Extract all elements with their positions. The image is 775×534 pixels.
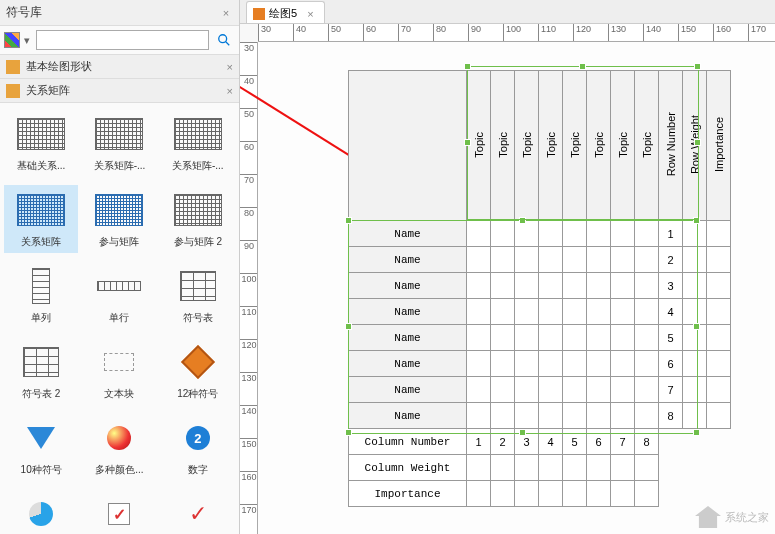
matrix-cell[interactable]: 3 [515,429,539,455]
matrix-cell[interactable] [491,247,515,273]
close-icon[interactable]: × [219,7,233,19]
matrix-cell[interactable] [587,247,611,273]
search-input[interactable] [36,30,209,50]
matrix-cell[interactable]: 8 [635,429,659,455]
matrix-cell[interactable] [635,325,659,351]
matrix-cell[interactable] [611,247,635,273]
column-header[interactable]: Row Weight [683,71,707,221]
matrix-cell[interactable] [587,325,611,351]
matrix-cell[interactable] [683,247,707,273]
matrix-cell[interactable] [683,325,707,351]
matrix-cell[interactable] [635,403,659,429]
matrix-cell[interactable]: 6 [587,429,611,455]
column-header[interactable]: Topic [515,71,539,221]
matrix-cell[interactable] [707,325,731,351]
row-label[interactable]: Name [349,247,467,273]
matrix-cell[interactable] [467,325,491,351]
matrix-cell[interactable] [491,221,515,247]
matrix-cell[interactable] [467,273,491,299]
matrix-cell[interactable] [491,351,515,377]
matrix-cell[interactable] [707,247,731,273]
matrix-cell[interactable] [563,351,587,377]
matrix-cell[interactable] [587,221,611,247]
column-header[interactable]: Topic [587,71,611,221]
close-icon[interactable]: × [227,61,233,73]
matrix-cell[interactable] [563,299,587,325]
matrix-cell[interactable] [611,221,635,247]
row-label[interactable]: Name [349,325,467,351]
matrix-cell[interactable] [539,403,563,429]
matrix-cell[interactable] [515,221,539,247]
matrix-cell[interactable] [539,455,563,481]
matrix-cell[interactable] [515,351,539,377]
matrix-cell[interactable] [515,325,539,351]
matrix-cell[interactable] [587,273,611,299]
section-basic-shapes[interactable]: 基本绘图形状 × [0,55,239,79]
matrix-cell[interactable]: 7 [611,429,635,455]
shape-item[interactable]: 2数字 [161,413,235,481]
shape-item[interactable]: 参与矩阵 2 [161,185,235,253]
matrix-cell[interactable] [707,299,731,325]
matrix-cell[interactable] [563,273,587,299]
matrix-cell[interactable] [515,299,539,325]
shape-item[interactable]: 文本块 [82,337,156,405]
search-button[interactable] [213,30,235,50]
shape-item[interactable]: 基础关系... [4,109,78,177]
shape-item[interactable]: 单列 [4,261,78,329]
shape-item[interactable]: 参与矩阵 [82,185,156,253]
matrix-cell[interactable] [683,273,707,299]
matrix-cell[interactable] [467,403,491,429]
matrix-cell[interactable] [467,221,491,247]
matrix-cell[interactable] [515,481,539,507]
matrix-cell[interactable]: 1 [467,429,491,455]
matrix-cell[interactable] [539,221,563,247]
matrix-cell[interactable] [611,325,635,351]
matrix-cell[interactable] [707,377,731,403]
row-label[interactable]: Name [349,273,467,299]
matrix-cell[interactable] [467,299,491,325]
shape-item[interactable]: 符号表 [161,261,235,329]
column-header[interactable]: Importance [707,71,731,221]
shape-item[interactable]: ✓ [82,489,156,534]
matrix-cell[interactable] [515,273,539,299]
matrix-cell[interactable] [467,481,491,507]
matrix-cell[interactable] [515,247,539,273]
matrix-cell[interactable] [683,221,707,247]
matrix-cell[interactable] [563,221,587,247]
matrix-cell[interactable] [563,247,587,273]
matrix-cell[interactable] [587,455,611,481]
matrix-cell[interactable] [611,351,635,377]
shape-item[interactable]: ✓ [161,489,235,534]
matrix-cell[interactable] [611,481,635,507]
matrix-cell[interactable] [563,377,587,403]
matrix-cell[interactable] [707,351,731,377]
matrix-cell[interactable] [539,325,563,351]
matrix-cell[interactable] [707,403,731,429]
matrix-cell[interactable] [491,403,515,429]
matrix-cell[interactable] [515,377,539,403]
column-header[interactable]: Topic [467,71,491,221]
matrix-cell[interactable] [491,273,515,299]
matrix-cell[interactable] [467,351,491,377]
matrix-cell[interactable] [539,377,563,403]
matrix-cell[interactable] [683,351,707,377]
dropdown-icon[interactable]: ▾ [24,34,32,47]
matrix-cell[interactable]: 4 [539,429,563,455]
row-label[interactable]: Name [349,299,467,325]
matrix-cell[interactable] [635,481,659,507]
matrix-cell[interactable] [635,273,659,299]
matrix-cell[interactable] [491,299,515,325]
matrix-cell[interactable] [611,273,635,299]
matrix-cell[interactable] [563,455,587,481]
close-icon[interactable]: × [227,85,233,97]
matrix-cell[interactable] [707,221,731,247]
relation-matrix[interactable]: TopicTopicTopicTopicTopicTopicTopicTopic… [348,70,731,507]
color-picker-icon[interactable] [4,32,20,48]
row-label[interactable]: Name [349,351,467,377]
close-icon[interactable]: × [307,8,313,20]
shape-item[interactable]: 多种颜色... [82,413,156,481]
matrix-cell[interactable] [683,299,707,325]
column-header[interactable]: Topic [563,71,587,221]
matrix-cell[interactable] [515,403,539,429]
matrix-cell[interactable] [611,403,635,429]
